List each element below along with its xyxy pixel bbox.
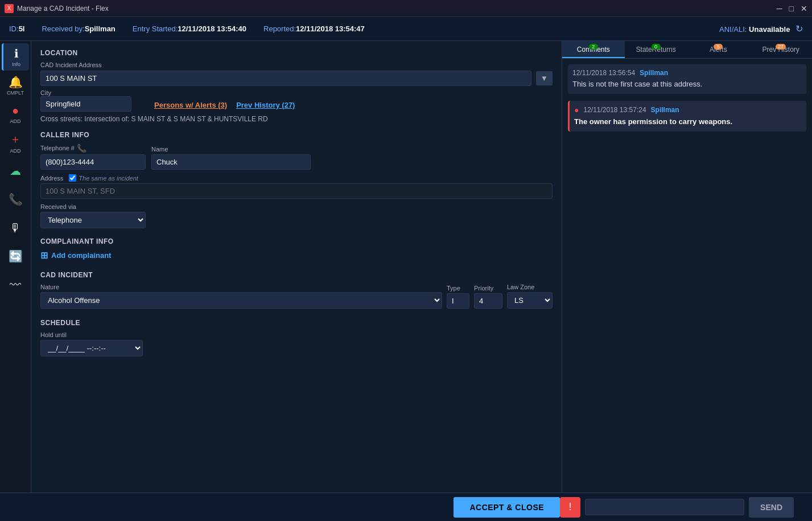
cmplt-icon: 🔔 — [9, 75, 23, 89]
received-by: Received by:Spillman — [42, 24, 115, 33]
caller-name-group: Name — [151, 146, 311, 170]
telephone-input[interactable] — [40, 154, 146, 170]
window-controls[interactable]: ─ □ ✕ — [777, 4, 807, 13]
received-via-select[interactable]: Telephone Walk-in Other — [40, 212, 146, 228]
close-button[interactable]: ✕ — [801, 4, 807, 13]
law-zone-group: Law Zone LS — [507, 284, 553, 309]
name-label: Name — [151, 146, 311, 153]
city-group: City — [40, 89, 131, 112]
sidebar: ℹ Info 🔔 CMPLT ● ADD ＋ ADD ☁ 📞 🎙 🔄 〰 — [0, 41, 31, 493]
prev-history-link[interactable]: Prev History (27) — [236, 101, 295, 109]
comment-entry-1: 12/11/2018 13:56:54 Spillman This is not… — [568, 64, 806, 94]
wave-icon: 〰 — [10, 278, 21, 292]
entry-started: Entry Started:12/11/2018 13:54:40 — [133, 24, 246, 33]
info-icon: ℹ — [14, 47, 19, 60]
transfer-icon: 🔄 — [9, 249, 23, 263]
nature-group: Nature Alcohol Offense — [40, 284, 442, 309]
sidebar-item-label: ADD — [10, 118, 20, 124]
priority-input[interactable] — [474, 293, 502, 309]
tab-prev-history[interactable]: 27 Prev History — [749, 41, 812, 58]
sidebar-item-add2[interactable]: ＋ ADD — [2, 129, 29, 156]
comment-user-1: Spillman — [640, 69, 668, 77]
add2-icon: ＋ — [10, 132, 21, 147]
caller-info-section-title: CALLER INFO — [40, 131, 553, 139]
bottom-bar-content: ACCEPT & CLOSE ! SEND — [9, 497, 803, 518]
received-via-label: Received via — [40, 203, 553, 210]
refresh-icon[interactable]: ↻ — [795, 24, 803, 34]
sidebar-item-add1[interactable]: ● ADD — [2, 100, 29, 128]
cloud-icon: ☁ — [10, 164, 21, 178]
address-label: CAD Incident Address — [40, 61, 553, 68]
sidebar-item-phone[interactable]: 📞 — [2, 186, 29, 213]
comment-user-2: Spillman — [651, 106, 679, 114]
mic-icon: 🎙 — [10, 221, 21, 235]
titlebar-left: X Manage a CAD Incident - Flex — [5, 4, 109, 13]
sidebar-item-label: CMPLT — [7, 90, 24, 96]
prev-history-badge: 27 — [776, 44, 786, 50]
plus-box-icon: ⊞ — [40, 250, 48, 261]
window-title: Manage a CAD Incident - Flex — [17, 5, 109, 13]
bottom-bar: ACCEPT & CLOSE ! SEND — [0, 493, 812, 521]
city-input[interactable] — [40, 96, 131, 112]
comment-time-1: 12/11/2018 13:56:54 — [572, 69, 635, 77]
nature-select[interactable]: Alcohol Offense — [40, 292, 442, 309]
right-panel: 2 Comments 0 StateReturns 5 Alerts 27 Pr… — [562, 41, 812, 493]
cad-incident-row: Nature Alcohol Offense Type Priority Law… — [40, 284, 553, 309]
caller-address-label: Address — [40, 175, 63, 182]
law-zone-label: Law Zone — [507, 284, 553, 290]
telephone-label: Telephone # — [40, 145, 75, 151]
sidebar-item-cloud[interactable]: ☁ — [2, 157, 29, 184]
address-input[interactable] — [40, 71, 531, 86]
alerts-badge: 5 — [714, 44, 723, 50]
telephone-label-row: Telephone # 📞 — [40, 143, 146, 153]
send-button[interactable]: SEND — [749, 497, 794, 518]
sidebar-item-info[interactable]: ℹ Info — [2, 43, 29, 71]
schedule-section-title: SCHEDULE — [40, 319, 553, 327]
tab-state-returns[interactable]: 0 StateReturns — [625, 41, 687, 58]
law-zone-select[interactable]: LS — [507, 292, 553, 309]
right-content: 12/11/2018 13:56:54 Spillman This is not… — [562, 59, 812, 493]
sidebar-item-transfer[interactable]: 🔄 — [2, 243, 29, 270]
type-input[interactable] — [447, 293, 469, 309]
same-as-incident-checkbox[interactable] — [69, 174, 76, 182]
alert-icon: ! — [569, 501, 572, 513]
sidebar-item-label: ADD — [10, 148, 20, 154]
tab-alerts[interactable]: 5 Alerts — [687, 41, 750, 58]
main-content: LOCATION CAD Incident Address ▼ City Per… — [31, 41, 562, 493]
minimize-button[interactable]: ─ — [777, 4, 782, 13]
bottom-right-group: ! SEND — [560, 497, 794, 518]
main-layout: ℹ Info 🔔 CMPLT ● ADD ＋ ADD ☁ 📞 🎙 🔄 〰 — [0, 41, 812, 493]
state-returns-badge: 0 — [652, 44, 661, 50]
sidebar-item-mic[interactable]: 🎙 — [2, 214, 29, 241]
type-group: Type — [447, 285, 469, 309]
priority-group: Priority — [474, 285, 502, 309]
message-input[interactable] — [585, 499, 744, 515]
sidebar-item-cmplt[interactable]: 🔔 CMPLT — [2, 72, 29, 99]
comment-header-2: ● 12/11/2018 13:57:24 Spillman — [574, 105, 802, 114]
maximize-button[interactable]: □ — [789, 4, 794, 13]
tab-comments[interactable]: 2 Comments — [562, 41, 625, 58]
add-complainant-button[interactable]: ⊞ Add complainant — [40, 250, 553, 261]
alert-button[interactable]: ! — [560, 497, 580, 518]
comment-entry-2: ● 12/11/2018 13:57:24 Spillman The owner… — [568, 101, 806, 132]
hold-until-select[interactable]: __/__/____ --:--:-- — [40, 340, 143, 356]
received-via-group: Received via Telephone Walk-in Other — [40, 203, 553, 228]
caller-address-row: Address The same as incident — [40, 174, 553, 199]
accept-close-button[interactable]: ACCEPT & CLOSE — [454, 497, 560, 518]
title-bar: X Manage a CAD Incident - Flex ─ □ ✕ — [0, 0, 812, 17]
phone-handset-icon: 📞 — [77, 143, 86, 153]
persons-alerts-link[interactable]: Persons w/ Alerts (3) — [154, 101, 227, 109]
hold-until-label: Hold until — [40, 331, 553, 338]
comment-text-1: This is not the first case at this addre… — [572, 79, 802, 89]
sidebar-item-wave[interactable]: 〰 — [2, 271, 29, 298]
complainant-section-title: COMPLAINANT INFO — [40, 237, 553, 245]
location-section-title: LOCATION — [40, 49, 553, 57]
caller-address-input — [40, 183, 553, 199]
priority-label: Priority — [474, 285, 502, 292]
header-bar: ID:5I Received by:Spillman Entry Started… — [0, 17, 812, 41]
address-arrow-button[interactable]: ▼ — [536, 71, 553, 85]
comment-header-1: 12/11/2018 13:56:54 Spillman — [572, 69, 802, 77]
ani-ali-field: ANI/ALI: Unavailable ↻ — [719, 23, 803, 34]
caller-name-input[interactable] — [151, 154, 311, 170]
hold-until-group: Hold until __/__/____ --:--:-- — [40, 331, 553, 356]
